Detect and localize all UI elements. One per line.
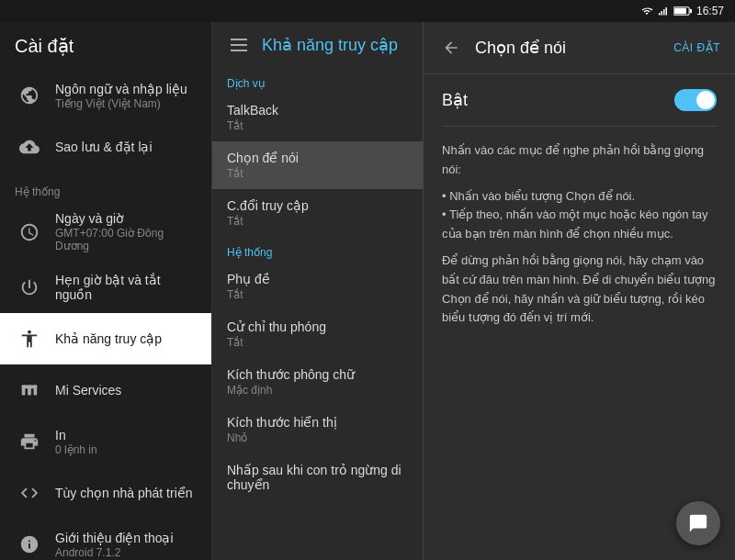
settings-item-schedule[interactable]: Hẹn giờ bật và tắt nguồn [0,262,211,313]
developer-text: Tùy chọn nhà phát triển [55,486,197,500]
accessibility-panel: Khả năng truy cập Dịch vụ TalkBack Tắt C… [211,22,423,560]
datetime-text: Ngày và giờ GMT+07:00 Giờ Đông Dương [55,211,197,252]
detail-panel: Chọn để nói CÀI ĐẶT Bật Nhấn vào các mục… [423,22,735,560]
settings-item-print[interactable]: In 0 lệnh in [0,416,211,467]
settings-item-language[interactable]: Ngôn ngữ và nhập liệu Tiếng Việt (Việt N… [0,70,211,121]
toggle-switch[interactable] [674,89,717,111]
settings-title: Cài đặt [0,22,211,70]
bullet-2: Tiếp theo, nhấn vào một mục hoặc kéo ngó… [442,206,717,244]
backup-text: Sao lưu & đặt lại [55,140,197,154]
svg-rect-1 [661,11,662,16]
accessibility-panel-title: Khả năng truy cập [262,35,398,55]
settings-item-developer[interactable]: Tùy chọn nhà phát triển [0,467,211,519]
status-time: 16:57 [696,5,724,17]
svg-rect-0 [659,13,661,16]
mi-services-text: Mi Services [55,383,197,398]
settings-panel: Cài đặt Ngôn ngữ và nhập liệu Tiếng Việt… [0,22,211,560]
acc-item-switch-access[interactable]: C.đổi truy cập Tắt [212,189,423,237]
toggle-knob [696,91,715,109]
acc-item-click-after-stop[interactable]: Nhấp sau khi con trỏ ngừng di chuyển [212,454,423,501]
clock-icon [15,218,44,247]
about-text: Giới thiệu điện thoại Android 7.1.2 [55,531,197,559]
cloud-upload-icon [15,132,44,162]
settings-item-accessibility[interactable]: Khả năng truy cập [0,313,211,364]
print-icon [15,427,44,456]
accessibility-text: Khả năng truy cập [55,331,197,346]
svg-rect-6 [690,9,692,13]
svg-rect-10 [22,386,38,389]
acc-item-select-to-speak[interactable]: Chọn để nói Tắt [212,141,423,189]
description-outro: Để dừng phản hồi bằng giọng nói, hãy chạ… [442,252,717,328]
back-button[interactable] [438,35,464,61]
hamburger-icon[interactable] [227,35,251,55]
detail-description: Nhấn vào các mục để nghe phản hồi bằng g… [442,127,717,350]
wifi-icon [640,6,653,17]
detail-settings-button[interactable]: CÀI ĐẶT [673,41,720,54]
detail-content: Bật Nhấn vào các mục để nghe phản hồi bằ… [424,74,735,368]
settings-item-datetime[interactable]: Ngày và giờ GMT+07:00 Giờ Đông Dương [0,202,211,262]
settings-item-about[interactable]: Giới thiệu điện thoại Android 7.1.2 [0,519,211,560]
description-intro: Nhấn vào các mục để nghe phản hồi bằng g… [442,141,717,180]
power-icon [15,273,44,302]
acc-item-talkback[interactable]: TalkBack Tắt [212,94,423,141]
battery-icon [673,6,692,17]
system-section-label: Hệ thống [0,173,211,202]
acc-item-gesture-magnify[interactable]: Cử chỉ thu phóng Tắt [212,310,423,358]
system-acc-section-label: Hệ thống [212,237,423,263]
settings-item-mi-services[interactable]: Mi Services [0,364,211,416]
main-layout: Cài đặt Ngôn ngữ và nhập liệu Tiếng Việt… [0,22,735,560]
code-icon [15,478,44,508]
acc-item-captions[interactable]: Phụ đề Tắt [212,263,423,310]
signal-icon [658,6,669,17]
acc-item-font-size[interactable]: Kích thước phông chữ Mặc định [212,358,423,406]
settings-item-backup[interactable]: Sao lưu & đặt lại [0,121,211,173]
toggle-row: Bật [442,74,717,127]
toggle-label: Bật [442,90,468,110]
service-section-label: Dịch vụ [212,68,423,94]
bullet-1: Nhấn vào biểu tượng Chọn để nói. [442,187,717,207]
svg-rect-2 [663,9,665,16]
globe-icon [15,81,44,110]
mi-icon [15,375,44,405]
language-text: Ngôn ngữ và nhập liệu Tiếng Việt (Việt N… [55,82,197,110]
accessibility-header: Khả năng truy cập [212,22,423,68]
detail-title: Chọn để nói [475,38,662,58]
schedule-text: Hẹn giờ bật và tắt nguồn [55,273,197,302]
status-icons: 16:57 [640,5,724,17]
detail-header: Chọn để nói CÀI ĐẶT [424,22,735,74]
svg-rect-3 [665,7,667,16]
description-bullets: Nhấn vào biểu tượng Chọn để nói. Tiếp th… [442,187,717,244]
chat-icon [688,513,708,533]
status-bar: 16:57 [0,0,735,22]
fab-button[interactable] [676,501,720,545]
accessibility-icon [15,324,44,353]
acc-item-display-size[interactable]: Kích thước hiển thị Nhỏ [212,406,423,454]
svg-rect-5 [674,8,686,14]
info-icon [15,530,44,559]
print-text: In 0 lệnh in [55,428,197,456]
